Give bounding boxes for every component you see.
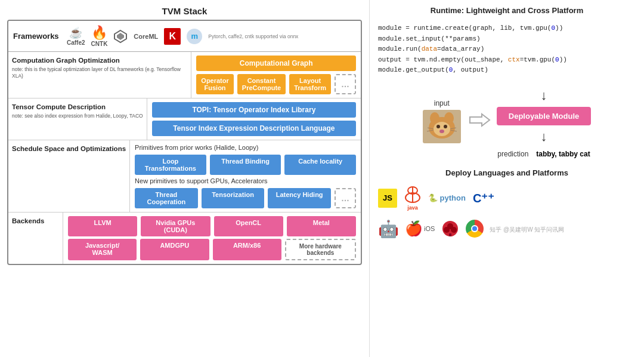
python-logo-item: 🐍 python <box>428 193 466 202</box>
backends-row: Backends LLVM Nvidia GPUs(CUDA) OpenCL M… <box>8 213 361 264</box>
code-block: module = runtime.create(graph, lib, tvm.… <box>378 23 636 76</box>
tensorization-box: Tensorization <box>202 188 265 208</box>
code-line-1: module = runtime.create(graph, lib, tvm.… <box>378 23 636 34</box>
arrow-down-2-icon: ↓ <box>541 129 547 144</box>
javascript-box: Javascript/WASM <box>68 239 137 260</box>
inference-diagram: input <box>378 84 636 159</box>
cache-locality-box: Cache locality <box>284 155 356 175</box>
computation-content: Computational Graph OperatorFusion Const… <box>191 52 361 98</box>
code-line-4: output = tvm.nd.empty(out_shape, ctx=tvm… <box>378 55 636 66</box>
keras-icon: K <box>164 28 181 45</box>
svg-marker-14 <box>470 114 490 126</box>
java-section: java <box>404 186 421 211</box>
latency-hiding-box: Latency Hiding <box>268 188 331 208</box>
cpp-logo-item: C⁺⁺ <box>473 191 494 205</box>
primitives-old-text: Primitives from prior works (Halide, Loo… <box>135 144 356 151</box>
svg-point-7 <box>436 125 440 128</box>
layout-transform-box: LayoutTransform <box>289 74 331 94</box>
svg-rect-22 <box>449 233 451 236</box>
new-primitives-row: ThreadCooperation Tensorization Latency … <box>135 188 356 208</box>
android-logo-item: 🤖 <box>378 219 399 239</box>
amdgpu-box: AMDGPU <box>140 239 209 260</box>
runtime-title: Runtime: Lightweight and Cross Platform <box>378 6 636 15</box>
thread-binding-box: Thread Binding <box>210 155 281 175</box>
backends-top-row: LLVM Nvidia GPUs(CUDA) OpenCL Metal <box>68 216 356 236</box>
input-label: input <box>434 99 450 107</box>
tensor-content: TOPI: Tensor Operator Index Library Tens… <box>147 99 361 140</box>
computational-graph-bar: Computational Graph <box>196 56 356 71</box>
tensor-note: note: see also index expression from Hal… <box>12 113 143 119</box>
module-section: ↓ Deployable Module ↓ prediction tabby, … <box>497 84 591 159</box>
computation-note: note: this is the typical optimization l… <box>12 66 187 79</box>
frameworks-label: Frameworks <box>13 32 67 41</box>
inference-top-row: input <box>423 84 591 159</box>
svg-point-8 <box>444 125 447 128</box>
cntk-item: 🔥 CNTK <box>91 25 108 47</box>
svg-point-21 <box>451 227 457 233</box>
deploy-module-box: Deployable Module <box>497 107 591 125</box>
frameworks-logos: ☕ Caffe2 🔥 CNTK CoreML K <box>67 25 356 47</box>
android-icon: 🤖 <box>378 219 399 239</box>
nvidia-box: Nvidia GPUs(CUDA) <box>141 216 210 236</box>
cntk-label: CNTK <box>91 41 108 47</box>
left-panel: TVM Stack Frameworks ☕ Caffe2 🔥 CNTK <box>0 0 370 357</box>
tvm-stack: Frameworks ☕ Caffe2 🔥 CNTK Core <box>7 20 362 265</box>
raspberry-icon <box>441 219 460 238</box>
more-computation-box: … <box>335 74 356 94</box>
apple-icon: 🍎 <box>405 220 423 237</box>
tensor-label: Tensor Compute Description note: see als… <box>8 99 147 140</box>
chrome-inner-circle <box>471 225 478 232</box>
right-panel: Runtime: Lightweight and Cross Platform … <box>370 0 644 357</box>
more-schedule-box: … <box>335 188 356 208</box>
js-logo-item: JS <box>378 189 397 208</box>
cntk-icon: 🔥 <box>91 25 107 41</box>
java-label: java <box>407 205 418 211</box>
input-section: input <box>423 99 461 143</box>
schedule-label: Schedule Space and Optimizations <box>8 140 130 212</box>
mxnet-item <box>113 29 128 44</box>
chrome-logo-item <box>466 220 484 238</box>
code-line-2: module.set_input(**params) <box>378 34 636 45</box>
old-primitives-row: LoopTransformations Thread Binding Cache… <box>135 155 356 175</box>
tvm-title: TVM Stack <box>7 6 362 16</box>
cat-image <box>423 110 461 143</box>
arm-box: ARM/x86 <box>213 239 281 260</box>
ios-label: iOS <box>424 225 435 232</box>
tensor-row: Tensor Compute Description note: see als… <box>8 99 361 140</box>
topi-bar: TOPI: Tensor Operator Index Library <box>152 102 356 118</box>
llvm-box: LLVM <box>68 216 137 236</box>
metal-box: Metal <box>287 216 356 236</box>
mxnet-icon <box>113 29 128 44</box>
code-line-3: module.run(data=data_array) <box>378 44 636 55</box>
js-logo: JS <box>378 189 397 208</box>
primitives-new-text: New primitives to support GPUs, Accelera… <box>135 177 356 184</box>
frameworks-sub: Pytorch, caffe2, cntk supported via onnx <box>208 33 298 39</box>
tensor-index-bar: Tensor Index Expression Description Lang… <box>152 121 356 136</box>
computation-sub-row: OperatorFusion ConstantPreCompute Layout… <box>196 74 356 94</box>
operator-fusion-box: OperatorFusion <box>196 74 233 94</box>
deploy-title: Deploy Languages and Platforms <box>378 168 636 177</box>
watermark: 知乎 @吴建明W 知乎问讯网 <box>490 226 564 234</box>
loop-transformations-box: LoopTransformations <box>135 155 206 175</box>
svg-point-5 <box>444 112 454 124</box>
backends-content: LLVM Nvidia GPUs(CUDA) OpenCL Metal Java… <box>63 213 361 264</box>
caffe2-icon: ☕ <box>69 26 82 39</box>
svg-point-20 <box>444 227 450 233</box>
schedule-row: Schedule Space and Optimizations Primiti… <box>8 140 361 213</box>
raspberry-logo-item <box>441 219 460 238</box>
mxnet2-item: m <box>187 29 202 44</box>
backends-label: Backends <box>8 213 63 264</box>
hollow-right-arrow-icon <box>467 111 491 129</box>
deploy-logos: JS java 🐍 python C⁺⁺ <box>378 186 636 211</box>
opencl-box: OpenCL <box>214 216 283 236</box>
prediction-value: tabby, tabby cat <box>536 150 590 158</box>
caffe2-label: Caffe2 <box>67 39 85 46</box>
prediction-section: prediction tabby, tabby cat <box>497 148 590 159</box>
caffe2-item: ☕ Caffe2 <box>67 26 85 46</box>
java-icon <box>404 186 421 205</box>
thread-cooperation-box: ThreadCooperation <box>135 188 198 208</box>
svg-marker-1 <box>117 33 124 40</box>
deploy-row2: 🤖 🍎 iOS 知乎 @吴建明W 知乎问讯网 <box>378 219 636 239</box>
java-logo-item: java <box>404 186 421 211</box>
backends-bottom-row: Javascript/WASM AMDGPU ARM/x86 More hard… <box>68 239 356 260</box>
